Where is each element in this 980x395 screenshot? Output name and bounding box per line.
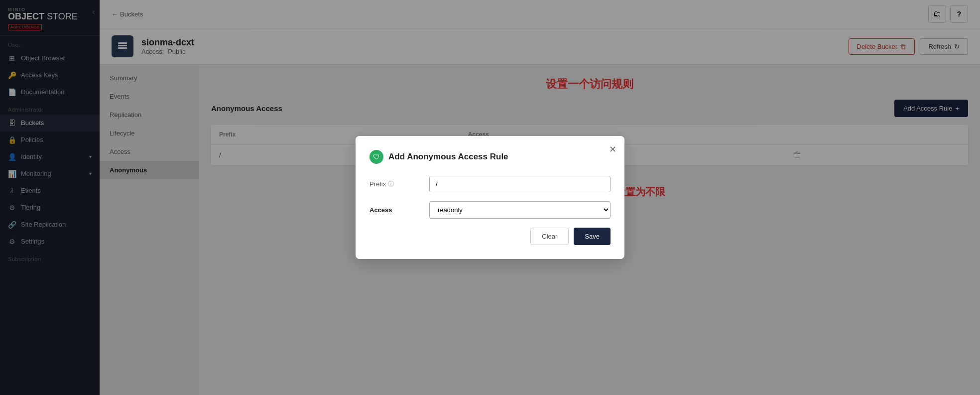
modal-overlay: 🛡 Add Anonymous Access Rule ✕ Prefix ⓘ A… bbox=[0, 0, 980, 395]
access-select[interactable]: readonly readwrite writeonly bbox=[429, 201, 611, 219]
prefix-input[interactable] bbox=[429, 176, 611, 192]
modal-close-button[interactable]: ✕ bbox=[609, 144, 616, 155]
access-label: Access bbox=[369, 206, 429, 214]
modal-header: 🛡 Add Anonymous Access Rule bbox=[369, 150, 611, 164]
add-access-rule-modal: 🛡 Add Anonymous Access Rule ✕ Prefix ⓘ A… bbox=[356, 136, 624, 259]
form-actions: Clear Save bbox=[369, 228, 611, 245]
prefix-row: Prefix ⓘ bbox=[369, 176, 611, 192]
clear-button[interactable]: Clear bbox=[530, 228, 569, 245]
help-icon[interactable]: ⓘ bbox=[388, 180, 394, 188]
modal-title: Add Anonymous Access Rule bbox=[388, 152, 508, 162]
shield-icon: 🛡 bbox=[369, 150, 383, 164]
prefix-label: Prefix ⓘ bbox=[369, 180, 429, 188]
save-button[interactable]: Save bbox=[574, 228, 611, 245]
access-row: Access readonly readwrite writeonly bbox=[369, 201, 611, 219]
